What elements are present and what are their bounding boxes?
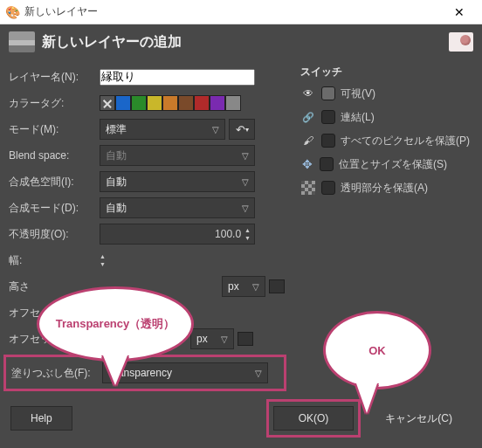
offset-y-unit-select[interactable]: px▽: [190, 328, 234, 349]
composite-mode-label: 合成モード(D):: [9, 201, 100, 216]
protect-pixels-check[interactable]: [321, 134, 335, 148]
protect-pixels-label: すべてのピクセルを保護(P): [341, 134, 470, 148]
eye-icon: [300, 86, 316, 101]
swatch[interactable]: [162, 95, 178, 111]
mode-reset-button[interactable]: ↶ ▾: [229, 119, 255, 140]
swatch[interactable]: [131, 95, 147, 111]
layer-name-label: レイヤー名(N):: [9, 70, 100, 85]
brush-icon: [300, 133, 316, 148]
visible-label: 可視(V): [341, 86, 375, 101]
swatch[interactable]: [194, 95, 210, 111]
height-unit-select[interactable]: px▽: [222, 276, 265, 297]
help-button[interactable]: Help: [10, 406, 72, 431]
opacity-label: 不透明度(O):: [9, 227, 100, 242]
app-icon: 🎨: [5, 5, 19, 19]
callout-ok: OK: [323, 311, 431, 389]
color-tag-label: カラータグ:: [9, 96, 100, 111]
protect-alpha-label: 透明部分を保護(A): [341, 181, 428, 196]
window-title: 新しいレイヤー: [24, 4, 442, 19]
swatch[interactable]: [225, 95, 241, 111]
width-input[interactable]: ▲▼: [100, 253, 204, 268]
spin-down-icon[interactable]: ▼: [244, 235, 251, 242]
layers-icon: [9, 31, 35, 52]
cancel-button[interactable]: キャンセル(C): [366, 406, 472, 431]
blend-space-select[interactable]: 自動▽: [100, 145, 255, 166]
switches-title: スイッチ: [300, 65, 473, 79]
linked-label: 連結(L): [341, 110, 375, 125]
width-label: 幅:: [9, 253, 100, 268]
dialog-title: 新しいレイヤーの追加: [42, 33, 449, 52]
chain-icon: [300, 109, 316, 125]
thumbnail: [449, 32, 473, 52]
close-icon[interactable]: ✕: [442, 5, 477, 19]
checker-icon: [301, 181, 315, 195]
protect-alpha-check[interactable]: [321, 181, 335, 195]
spin-up-icon[interactable]: ▲: [244, 227, 251, 234]
blend-space-label: Blend space:: [9, 149, 100, 162]
composite-space-select[interactable]: 自動▽: [100, 171, 255, 192]
swatch[interactable]: [210, 95, 225, 111]
color-tag-swatches[interactable]: [100, 95, 241, 111]
linked-check[interactable]: [321, 110, 335, 124]
swatch-none[interactable]: [100, 95, 115, 111]
swatch[interactable]: [178, 95, 194, 111]
layer-name-input[interactable]: [100, 69, 255, 86]
composite-space-label: 合成色空間(I):: [9, 175, 100, 190]
protect-pos-label: 位置とサイズを保護(S): [339, 157, 447, 172]
move-icon: [300, 157, 314, 171]
fill-label: 塗りつぶし色(F):: [11, 366, 97, 381]
swatch[interactable]: [115, 95, 131, 111]
visible-check[interactable]: [321, 86, 335, 100]
protect-pos-check[interactable]: [320, 157, 334, 171]
link-icon[interactable]: [269, 279, 285, 293]
composite-mode-select[interactable]: 自動▽: [100, 197, 255, 218]
opacity-input[interactable]: 100.0 ▲▼: [100, 224, 255, 245]
callout-transparency: Transparency（透明）: [37, 286, 194, 362]
mode-select[interactable]: 標準▽: [100, 119, 225, 140]
mode-label: モード(M):: [9, 122, 100, 137]
link-icon[interactable]: [238, 332, 253, 346]
swatch[interactable]: [147, 95, 162, 111]
ok-button[interactable]: OK(O): [273, 406, 355, 431]
